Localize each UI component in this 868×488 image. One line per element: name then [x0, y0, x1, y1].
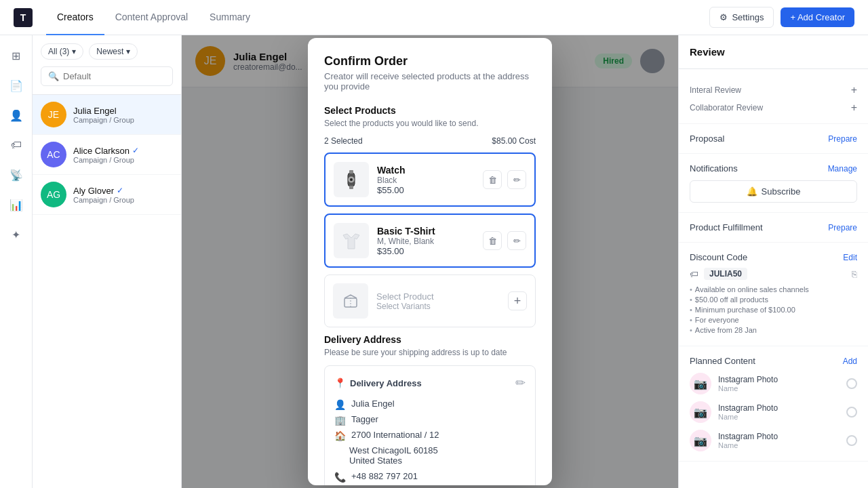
delivery-label: Delivery Address	[350, 378, 422, 388]
discount-code-value: JULIA50	[704, 268, 747, 280]
modal-overlay[interactable]: Confirm Order Creator will receive selec…	[182, 35, 678, 488]
product-select-card: Select Product Select Variants +	[324, 274, 536, 327]
internal-review-add-button[interactable]: +	[851, 84, 857, 96]
sidebar-icon-tag[interactable]: 🏷	[4, 133, 28, 157]
sidebar-icon-tools[interactable]: ✦	[4, 222, 28, 247]
planned-content-section: Planned Content Add 📷 Instagram Photo Na…	[679, 346, 868, 462]
copy-icon[interactable]: ⎘	[852, 269, 857, 279]
modal-header: Confirm Order Creator will receive selec…	[308, 38, 552, 92]
proposal-section: Proposal Prepare	[679, 124, 868, 154]
planned-content-add-button[interactable]: Add	[843, 357, 857, 366]
delivery-phone: +48 882 797 201	[351, 471, 418, 481]
nav-actions: ⚙ Settings + Add Creator	[709, 7, 854, 28]
sort-label: Newest	[96, 47, 123, 56]
filter-row: All (3) ▾ Newest ▾	[41, 43, 173, 60]
settings-button[interactable]: ⚙ Settings	[709, 7, 774, 28]
creator-item-julia[interactable]: JE Julia Engel Campaign / Group	[33, 95, 181, 135]
right-sidebar-title: Review	[679, 35, 868, 69]
svg-rect-1	[349, 170, 353, 174]
delivery-company: Tagger	[351, 414, 378, 424]
search-box[interactable]: 🔍	[41, 66, 173, 86]
product-card-watch: Watch Black $55.00 🗑 ✏	[324, 152, 536, 207]
edit-tshirt-button[interactable]: ✏	[507, 231, 526, 250]
tshirt-image	[334, 223, 369, 258]
creator-sub-julia: Campaign / Group	[73, 116, 173, 124]
verified-badge: ✓	[132, 146, 139, 155]
watch-image	[334, 162, 369, 197]
product-select-inner: Select Product Select Variants +	[325, 275, 535, 327]
planned-title-1: Instagram Photo	[718, 375, 840, 384]
modal-subtitle: Creator will receive selected products a…	[324, 71, 536, 92]
sort-button[interactable]: Newest ▾	[89, 43, 138, 60]
icon-sidebar: ⊞ 📄 👤 🏷 📡 📊 ✦	[0, 35, 33, 488]
delivery-company-row: 🏢 Tagger	[334, 414, 526, 426]
product-select-variant: Select Variants	[376, 302, 500, 311]
creator-info-alice: Alice Clarkson ✓ Campaign / Group	[73, 146, 173, 164]
planned-item-1: 📷 Instagram Photo Name	[690, 373, 857, 394]
discount-code-section: Discount Code Edit 🏷 JULIA50 ⎘ Available…	[679, 243, 868, 346]
top-nav: T Creators Content Approval Summary ⚙ Se…	[0, 0, 868, 35]
planned-radio-1[interactable]	[846, 378, 857, 389]
sidebar-icon-grid[interactable]: ⊞	[4, 43, 28, 68]
edit-watch-button[interactable]: ✏	[507, 170, 526, 189]
avatar-julia: JE	[41, 102, 66, 127]
total-cost: $85.00 Cost	[492, 136, 536, 146]
product-actions-tshirt: 🗑 ✏	[483, 231, 526, 250]
delete-watch-button[interactable]: 🗑	[483, 170, 502, 189]
select-products-title: Select Products	[324, 105, 536, 116]
delivery-name: Julia Engel	[351, 399, 395, 409]
discount-code-edit-button[interactable]: Edit	[843, 253, 857, 262]
modal-title: Confirm Order	[324, 54, 536, 68]
tab-summary[interactable]: Summary	[199, 0, 261, 35]
creator-list: JE Julia Engel Campaign / Group AC Alice…	[33, 95, 181, 488]
add-creator-button[interactable]: + Add Creator	[781, 7, 854, 27]
planned-icon-2: 📷	[690, 401, 711, 423]
planned-radio-2[interactable]	[846, 407, 857, 418]
creator-panel-header: All (3) ▾ Newest ▾ 🔍	[33, 35, 181, 95]
delivery-address-row: 🏠 2700 International / 12	[334, 430, 526, 441]
product-variant-tshirt: M, White, Blank	[377, 237, 475, 246]
planned-info-3: Instagram Photo Name	[718, 432, 840, 449]
subscribe-button[interactable]: 🔔 Subscribe	[690, 180, 857, 203]
settings-label: Settings	[732, 12, 764, 22]
bell-icon: 🔔	[747, 186, 757, 197]
product-fulfillment-section: Product Fulfillment Prepare	[679, 213, 868, 243]
sidebar-icon-file[interactable]: 📄	[4, 73, 28, 98]
all-filter-button[interactable]: All (3) ▾	[41, 43, 83, 60]
tab-content-approval[interactable]: Content Approval	[104, 0, 199, 35]
sidebar-icon-users[interactable]: 👤	[4, 103, 28, 127]
internal-review-row: Interal Review +	[690, 84, 857, 96]
delivery-street: 2700 International / 12	[351, 430, 439, 440]
delivery-edit-button[interactable]: ✏	[515, 375, 526, 390]
internal-review-label: Interal Review	[690, 85, 741, 95]
planned-icon-3: 📷	[690, 430, 711, 451]
tab-creators[interactable]: Creators	[46, 0, 104, 35]
discount-details: Available on online sales channels $50.0…	[690, 285, 857, 334]
collaborator-review-add-button[interactable]: +	[851, 102, 857, 114]
search-input[interactable]	[63, 71, 165, 81]
collaborator-review-row: Collaborator Review +	[690, 102, 857, 114]
creator-item-aly[interactable]: AG Aly Glover ✓ Campaign / Group	[33, 175, 181, 215]
planned-icon-1: 📷	[690, 373, 711, 394]
proposal-prepare-button[interactable]: Prepare	[828, 134, 857, 144]
planned-item-3: 📷 Instagram Photo Name	[690, 430, 857, 451]
planned-info-2: Instagram Photo Name	[718, 403, 840, 421]
planned-radio-3[interactable]	[846, 435, 857, 446]
planned-content-label: Planned Content	[690, 356, 755, 366]
delete-tshirt-button[interactable]: 🗑	[483, 231, 502, 250]
tag-icon: 🏷	[690, 269, 698, 279]
filter-label: All (3)	[48, 47, 69, 56]
svg-rect-2	[349, 186, 353, 189]
planned-sub-3: Name	[718, 441, 840, 449]
add-product-button[interactable]: +	[508, 291, 527, 310]
notifications-manage-button[interactable]: Manage	[828, 164, 857, 174]
proposal-row: Proposal Prepare	[690, 134, 857, 144]
discount-detail-2: $50.00 off all products	[690, 296, 857, 304]
creator-item-alice[interactable]: AC Alice Clarkson ✓ Campaign / Group	[33, 135, 181, 175]
product-select-info: Select Product Select Variants	[376, 291, 500, 311]
sidebar-icon-signal[interactable]: 📡	[4, 163, 28, 187]
products-summary: 2 Selected $85.00 Cost	[324, 136, 536, 146]
product-variant-watch: Black	[377, 176, 475, 185]
sidebar-icon-chart[interactable]: 📊	[4, 192, 28, 217]
product-fulfillment-prepare-button[interactable]: Prepare	[828, 223, 857, 232]
